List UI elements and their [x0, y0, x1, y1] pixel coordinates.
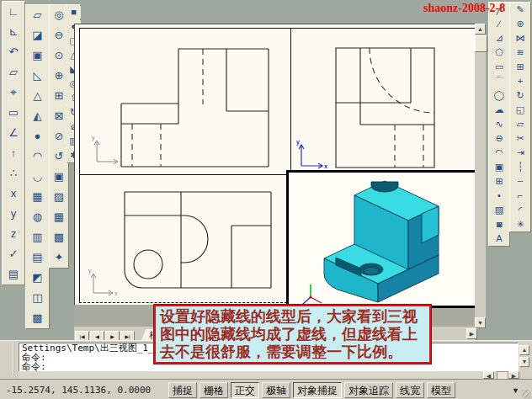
front-view-viewport[interactable]: yx — [80, 29, 290, 173]
command-scroll-left-button[interactable]: ◀ — [483, 371, 494, 379]
edge-surface-icon[interactable]: ◩ — [29, 269, 46, 286]
osnap-toggle[interactable]: 对象捕捉 — [293, 382, 342, 398]
model-space-toggle[interactable]: 模型 — [427, 382, 455, 398]
ucs-previous-icon[interactable]: ↶ — [5, 44, 22, 61]
grid-toggle[interactable]: 栅格 — [200, 382, 228, 398]
erase-icon[interactable]: ✎ — [513, 3, 528, 16]
scale-icon[interactable]: ◱ — [513, 104, 528, 116]
construction-line-icon[interactable]: ∕ — [492, 18, 507, 30]
ucs-rotate-y-icon[interactable]: y — [5, 205, 22, 222]
arc-icon[interactable]: ⌒ — [492, 75, 507, 88]
3d-face-icon[interactable]: ◪ — [29, 27, 46, 44]
ruled-surface-icon[interactable]: ▤ — [29, 249, 46, 266]
otrack-toggle[interactable]: 对象追踪 — [344, 382, 393, 398]
polyline-icon[interactable]: ⊿ — [492, 32, 507, 45]
edge-icon[interactable]: ◫ — [29, 290, 46, 306]
ucs-z-axis-icon[interactable]: ↑ — [5, 145, 22, 162]
move-icon[interactable]: + — [513, 75, 528, 88]
pyramid-icon[interactable]: △ — [29, 88, 46, 104]
stretch-icon[interactable]: ▱ — [513, 118, 528, 130]
spline-icon[interactable]: ∿ — [492, 118, 507, 130]
scroll-down-button[interactable]: ▼ — [475, 317, 486, 328]
dish-icon[interactable]: ◡ — [29, 168, 46, 185]
rotate-faces-icon[interactable]: ↺ — [51, 148, 67, 165]
command-scroll-up-button[interactable]: ▲ — [519, 345, 529, 355]
canvas-vscrollbar[interactable]: ▲ ▼ — [475, 24, 486, 328]
revolved-surface-icon[interactable]: ◍ — [29, 209, 46, 226]
tabulated-surface-icon[interactable]: ▥ — [29, 229, 46, 246]
lineweight-toggle[interactable]: 线宽 — [396, 382, 424, 398]
revision-cloud-icon[interactable]: ☁ — [492, 104, 507, 116]
circle-icon[interactable]: ◯ — [492, 89, 507, 102]
point-icon[interactable]: • — [492, 189, 507, 202]
ortho-toggle[interactable]: 正交 — [231, 382, 259, 398]
side-view-viewport[interactable]: yx — [291, 29, 473, 173]
explode-icon[interactable]: ✳ — [513, 218, 528, 231]
copy-faces-icon[interactable]: ▣ — [51, 168, 67, 185]
toolbar-draw: ╱∕⊿⬠▭⌒◯☁∿⊖◠▣⊞•▨◙A — [488, 2, 510, 247]
rectangle-icon[interactable]: ▭ — [492, 61, 507, 73]
scroll-right-button[interactable]: ▶ — [466, 328, 477, 339]
top-view-viewport[interactable]: yx — [80, 175, 290, 301]
mirror-icon[interactable]: ⋈ — [513, 32, 528, 45]
extrude-faces-icon[interactable]: ⊕ — [51, 67, 67, 84]
break-at-point-icon[interactable]: ┆ — [513, 161, 528, 173]
command-scroll-down-button[interactable]: ▼ — [519, 357, 529, 367]
cone-surface-icon[interactable]: ◭ — [29, 108, 46, 125]
chamfer-icon[interactable]: ⌐ — [513, 189, 528, 202]
resize-grip[interactable] — [522, 390, 530, 398]
move-faces-icon[interactable]: ⊞ — [51, 88, 67, 104]
delete-faces-icon[interactable]: ⊘ — [51, 128, 67, 145]
color-faces-icon[interactable]: ▨ — [51, 189, 67, 205]
ucs-icon[interactable]: ∟ — [5, 3, 22, 20]
ucs-face-icon[interactable]: ⌖ — [5, 84, 22, 101]
ucs-view-icon[interactable]: ▭ — [5, 104, 22, 121]
ucs-apply-icon[interactable]: ✓ — [5, 246, 22, 263]
hatch-icon[interactable]: ▨ — [492, 204, 507, 216]
ucs-object-icon[interactable]: ▱ — [5, 64, 22, 81]
ucs-world-icon[interactable]: ⊾ — [5, 24, 22, 40]
fillet-icon[interactable]: ◜ — [513, 204, 528, 216]
array-icon[interactable]: ⊞ — [513, 61, 528, 73]
scroll-up-button[interactable]: ▲ — [475, 24, 486, 35]
command-scroll-right-button[interactable]: ▶ — [508, 371, 519, 379]
named-ucs-icon[interactable]: ▤ — [5, 266, 22, 283]
copy-icon[interactable]: ⊛ — [513, 18, 528, 30]
color-edges-icon[interactable]: ▩ — [51, 229, 67, 246]
box-icon[interactable]: ■ — [66, 6, 81, 19]
ellipse-icon[interactable]: ⊖ — [492, 132, 507, 145]
ellipse-arc-icon[interactable]: ◠ — [492, 146, 507, 159]
copy-edges-icon[interactable]: ▦ — [51, 209, 67, 226]
trim-icon[interactable]: ✂ — [513, 132, 528, 145]
sphere-surface-icon[interactable]: ● — [29, 128, 46, 145]
dome-icon[interactable]: ◠ — [29, 148, 46, 165]
polygon-icon[interactable]: ⬠ — [492, 46, 507, 59]
region-icon[interactable]: ◙ — [492, 218, 507, 231]
ucs-3point-icon[interactable]: ∴ — [5, 165, 22, 182]
2d-solid-icon[interactable]: ▱ — [29, 7, 46, 24]
polar-toggle[interactable]: 极轴 — [262, 382, 290, 398]
snap-toggle[interactable]: 捕捉 — [168, 382, 197, 398]
text-icon[interactable]: A — [492, 232, 507, 245]
intersect-icon[interactable]: ⊙ — [51, 47, 67, 64]
ucs-origin-icon[interactable]: ∠ — [5, 125, 22, 141]
wedge-surface-icon[interactable]: ◺ — [29, 67, 46, 84]
mesh-icon[interactable]: ▩ — [29, 310, 46, 327]
offset-icon[interactable]: ≋ — [513, 46, 528, 59]
extend-icon[interactable]: ⇥ — [513, 146, 528, 159]
offset-faces-icon[interactable]: ⊠ — [51, 108, 67, 125]
break-icon[interactable]: ┄ — [513, 175, 528, 188]
ucs-rotate-x-icon[interactable]: x — [5, 185, 22, 202]
union-icon[interactable]: ◎ — [51, 7, 67, 24]
box-surface-icon[interactable]: ▣ — [29, 47, 46, 64]
subtract-icon[interactable]: ⊖ — [51, 27, 67, 44]
3d-mesh-icon[interactable]: ▦ — [29, 189, 46, 205]
statusbar-overflow-icon[interactable]: ▼ — [512, 386, 519, 395]
ucs-rotate-z-icon[interactable]: z — [5, 226, 22, 242]
active-3d-viewport[interactable] — [286, 170, 478, 308]
clean-icon[interactable]: ✦ — [51, 249, 67, 266]
vscroll-thumb[interactable] — [475, 35, 487, 52]
rotate-icon[interactable]: ↻ — [513, 89, 528, 102]
insert-block-icon[interactable]: ▣ — [492, 161, 507, 173]
make-block-icon[interactable]: ⊞ — [492, 175, 507, 188]
